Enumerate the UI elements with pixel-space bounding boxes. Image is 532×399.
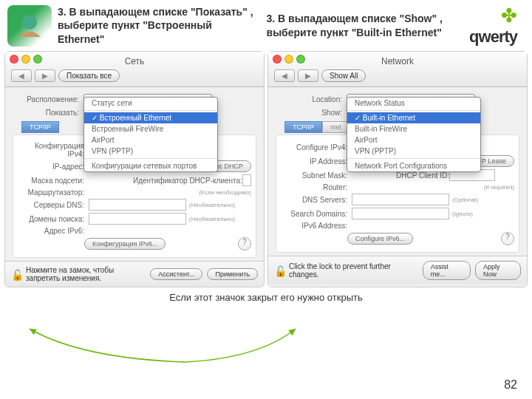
show-dropdown[interactable]: Статус сети ✓ Встроенный Ethernet Встрое… [83, 97, 218, 172]
assist-button[interactable]: Ассистент... [150, 268, 202, 280]
minimize-icon[interactable] [284, 55, 293, 64]
location-label: Расположение: [13, 95, 83, 103]
tab-other[interactable]: met [322, 121, 349, 133]
dns-input[interactable] [352, 194, 449, 205]
lock-text: Нажмите на замок, чтобы запретить измене… [26, 266, 141, 282]
ipv6-label: IPv6 Address: [281, 222, 352, 230]
show-label: Показать: [13, 109, 83, 117]
showall-button[interactable]: Показать все [58, 69, 120, 82]
dd-item-vpn[interactable]: VPN (PPTP) [347, 146, 480, 157]
dd-item-ethernet[interactable]: ✓ Встроенный Ethernet [84, 112, 217, 123]
lock-text: Click the lock to prevent further change… [289, 262, 414, 279]
dom-input[interactable] [89, 213, 186, 225]
brand-text: qwerty [469, 27, 517, 47]
cfg-label: Конфигурация IPv4: [18, 142, 89, 158]
titlebar: Сеть ◀ ▶ Показать все [5, 52, 264, 87]
page-number: 82 [504, 378, 517, 392]
dom-input[interactable] [352, 208, 449, 219]
lock-icon[interactable]: 🔓 [274, 265, 284, 276]
ipv6-label: Адрес IPv6: [18, 227, 89, 235]
titlebar: Network ◀ ▶ Show All [268, 52, 527, 87]
pane-right: Network ◀ ▶ Show All Location: Show: Net… [267, 51, 528, 287]
cfg-label: Configure IPv4: [281, 143, 352, 151]
client-input[interactable] [242, 174, 251, 186]
show-dropdown[interactable]: Network Status ✓ Built-in Ethernet Built… [347, 97, 481, 172]
router-label: Router: [281, 183, 352, 191]
fwd-button[interactable]: ▶ [35, 69, 55, 82]
ip-label: IP-адрес: [18, 163, 89, 171]
dd-item-airport[interactable]: AirPort [84, 134, 217, 146]
instruction-left: 3. В выпадающем списке "Показать" , выбе… [52, 5, 261, 46]
instruction-right: 3. В выпадающем списке "Show" , выберите… [261, 12, 470, 38]
close-icon[interactable] [273, 55, 282, 64]
zoom-icon[interactable] [296, 55, 305, 64]
mask-label: Subnet Mask: [281, 171, 352, 180]
back-button[interactable]: ◀ [274, 69, 295, 82]
svg-point-0 [22, 15, 37, 30]
dns-label: Серверы DNS: [18, 201, 89, 209]
cfg6-button[interactable]: Конфигурация IPv6... [84, 238, 166, 250]
arrow-annotation [22, 321, 318, 366]
brand-logo: ✤ qwerty [469, 4, 525, 47]
dd-header[interactable]: Статус сети [84, 98, 217, 109]
apply-button[interactable]: Apply Now [475, 261, 521, 280]
assist-button[interactable]: Assist me... [423, 261, 471, 280]
dd-item-ethernet[interactable]: ✓ Built-in Ethernet [347, 112, 480, 123]
dns-label: DNS Servers: [281, 196, 352, 204]
dd-item-firewire[interactable]: Built-in FireWire [347, 123, 480, 134]
dns-input[interactable] [89, 199, 186, 211]
dd-item-vpn[interactable]: VPN (PPTP) [84, 146, 217, 157]
help-icon[interactable]: ? [501, 232, 514, 245]
tab-tcpip[interactable]: TCP/IP [284, 121, 322, 133]
lock-icon[interactable]: 🔓 [11, 269, 21, 279]
back-button[interactable]: ◀ [11, 69, 32, 82]
router-label: Маршрутизатор: [18, 188, 89, 197]
location-label: Location: [276, 95, 347, 103]
window-title: Сеть [8, 56, 261, 66]
mask-label: Маска подсети: [18, 177, 89, 185]
dom-label: Search Domains: [281, 210, 352, 218]
zoom-icon[interactable] [33, 55, 42, 64]
showall-button[interactable]: Show All [321, 69, 366, 82]
tab-tcpip[interactable]: TCP/IP [21, 121, 59, 133]
dd-header[interactable]: Network Status [347, 98, 480, 109]
close-icon[interactable] [10, 55, 18, 64]
dd-item-airport[interactable]: AirPort [347, 134, 480, 146]
ip-label: IP Address: [281, 157, 352, 166]
dom-label: Домены поиска: [18, 215, 89, 223]
clover-icon: ✤ [469, 4, 517, 27]
window-title: Network [271, 56, 524, 66]
help-icon[interactable]: ? [238, 237, 251, 250]
fwd-button[interactable]: ▶ [298, 69, 318, 82]
page-header: 3. В выпадающем списке "Показать" , выбе… [0, 0, 532, 51]
minimize-icon[interactable] [21, 55, 30, 64]
dd-item-portconfig[interactable]: Network Port Configurations [347, 160, 480, 171]
caption: Если этот значок закрыт его нужно открыт… [0, 292, 532, 303]
dd-item-firewire[interactable]: Встроенный FireWire [84, 123, 217, 134]
dd-item-portconfig[interactable]: Конфигурации сетевых портов [84, 160, 217, 171]
cfg6-button[interactable]: Configure IPv6... [347, 233, 413, 245]
hands-logo [7, 5, 52, 47]
client-label: DHCP Client ID: [396, 171, 449, 180]
show-label: Show: [276, 109, 347, 117]
pane-left: Сеть ◀ ▶ Показать все Расположение: Пока… [4, 51, 265, 287]
apply-button[interactable]: Применить [207, 268, 258, 280]
client-label: Идентификатор DHCP-клиента: [133, 177, 242, 185]
